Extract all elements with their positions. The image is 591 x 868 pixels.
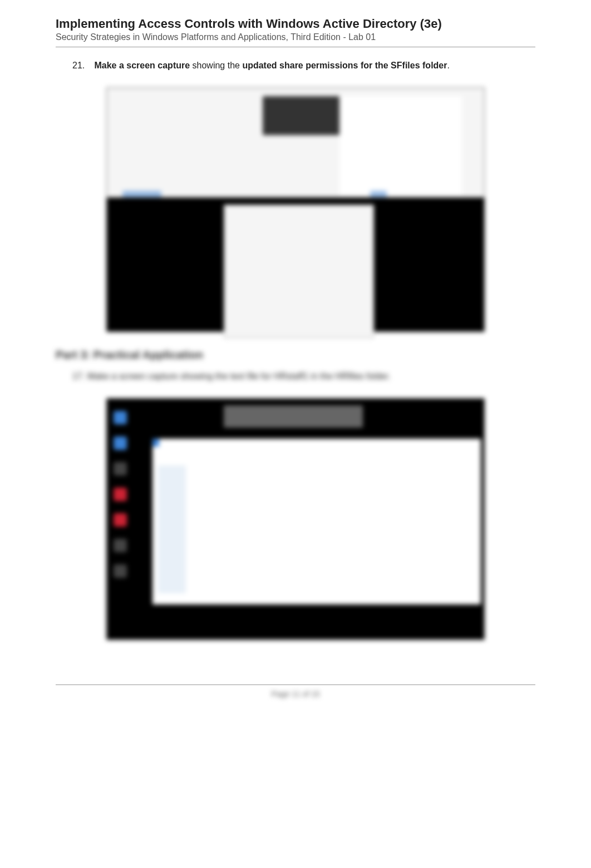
section-heading: Part 3: Practical Application [56,349,535,361]
screenshot-dialog [224,205,374,338]
sidebar-icon [114,539,127,552]
screenshot-sidebar [114,399,129,641]
instruction-item-17: 17. Make a screen capture showing the te… [72,371,535,381]
screenshot-left-panel [158,465,186,593]
screenshot-link [122,191,161,197]
screenshot-image-1 [106,87,485,332]
instruction-end: . [388,371,390,381]
sidebar-icon [114,437,127,450]
screenshot-link [370,191,387,197]
instruction-end: . [447,61,449,70]
sidebar-icon [114,564,127,578]
instruction-number: 21. [72,61,92,71]
instruction-mid: showing the text file for HRstaff1 in th… [178,371,388,381]
instruction-bold-1: Make a screen capture [87,371,178,381]
instruction-number: 17. [72,371,85,381]
screenshot-overlay [263,96,346,135]
screenshot-titlebar-icon [152,439,159,447]
screenshot-side-panel [339,96,462,196]
screenshot-window [152,439,481,604]
page-footer: Page 11 of 15 [56,690,535,698]
instruction-item-21: 21. Make a screen capture showing the up… [72,61,535,71]
screenshot-image-2 [106,398,485,640]
instruction-bold-1: Make a screen capture [94,61,190,70]
instruction-mid: showing the [190,61,242,70]
page-title: Implementing Access Controls with Window… [56,17,535,31]
screenshot-topbar [224,405,363,428]
sidebar-icon [114,411,127,424]
footer-divider [56,685,535,685]
page-subtitle: Security Strategies in Windows Platforms… [56,32,535,42]
sidebar-icon [114,462,127,475]
sidebar-icon [114,513,127,527]
instruction-bold-2: updated share permissions for the SFfile… [242,61,447,70]
sidebar-icon [114,488,127,501]
header-divider [56,47,535,47]
document-page: Implementing Access Controls with Window… [0,0,591,721]
